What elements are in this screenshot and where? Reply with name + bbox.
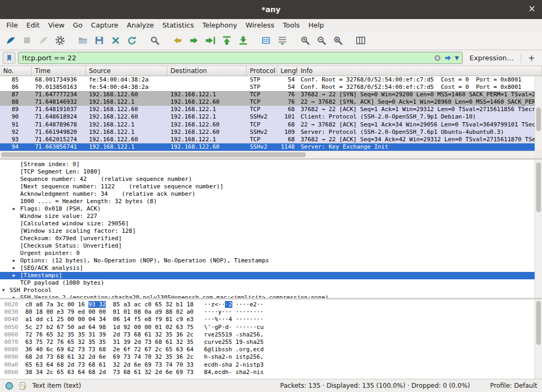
hex-row-0070[interactable]: 0070 63 75 72 76 65 32 35 35 31 39 2d 73… [0,339,535,346]
menu-tools[interactable]: Tools [278,20,304,30]
detail-line[interactable]: TCP payload (1080 bytes) [0,279,535,287]
collapsed-expander-icon[interactable]: ▶ [13,272,20,279]
zoom-in-button[interactable] [297,33,313,48]
zoom-out-button[interactable] [313,33,329,48]
detail-line[interactable]: ▶[Timestamps] [0,272,535,279]
packet-row-91[interactable]: 9171.648789678192.168.122.1192.168.122.6… [0,121,535,129]
detail-line[interactable]: Urgent pointer: 0 [0,250,535,257]
resize-columns-button[interactable] [353,33,368,48]
column-header-no[interactable]: No. [0,66,32,76]
detail-line[interactable]: Acknowledgment number: 34 (relative ack … [0,190,535,198]
packet-row-88[interactable]: 8871.648146932192.168.122.1192.168.122.6… [0,98,535,106]
close-window-button[interactable]: × [528,4,536,13]
detail-line[interactable]: [TCP Segment Len: 1080] [0,168,535,176]
collapsed-expander-icon[interactable]: ▶ [13,205,20,213]
menu-help[interactable]: Help [304,20,328,30]
column-header-time[interactable]: Time [32,66,86,76]
expanded-expander-icon[interactable]: ▼ [2,287,10,294]
packet-row-87[interactable]: 8771.647777234192.168.122.60192.168.122.… [0,91,535,98]
packet-row-92[interactable]: 9271.661949820192.168.122.1192.168.122.6… [0,129,535,136]
vscrollbar-thumb[interactable] [536,301,541,345]
go-top-button[interactable] [219,33,234,48]
column-header-info[interactable]: Info [297,66,542,76]
hex-row-00a0[interactable]: 00a0 65 63 64 68 2d 73 68 61 32 2d 6e 69… [0,361,535,369]
close-file-button[interactable] [107,33,123,48]
go-to-packet-button[interactable] [202,33,218,48]
reload-button[interactable] [124,33,140,48]
packet-row-94[interactable]: 9471.663856741192.168.122.1192.168.122.6… [0,143,535,151]
collapsed-expander-icon[interactable]: ▶ [13,294,20,298]
vscrollbar-thumb[interactable] [536,162,541,212]
capture-options-button[interactable] [52,33,68,48]
hex-row-0060[interactable]: 0060 72 76 65 32 35 35 31 39 2d 73 68 61… [0,331,535,339]
collapsed-expander-icon[interactable]: ▶ [13,265,20,272]
zoom-original-button[interactable] [330,33,346,48]
menu-telephony[interactable]: Telephony [198,20,241,30]
hex-row-0080[interactable]: 0080 36 40 6c 69 62 73 73 68 2e 6f 72 67… [0,346,535,353]
column-header-protocol[interactable]: Protocol [247,66,277,76]
capture-comment-icon[interactable] [19,381,28,390]
clear-filter-icon[interactable] [433,54,441,62]
auto-scroll-button[interactable] [274,33,290,48]
filter-bookmark-button[interactable] [3,52,15,64]
menu-analyze[interactable]: Analyze [123,20,158,30]
detail-line[interactable]: 1000 .... = Header Length: 32 bytes (8) [0,198,535,205]
hex-row-0020[interactable]: 0020 c0 a8 7a 3c 00 16 93 32 85 a3 ac c0… [0,301,535,308]
menu-file[interactable]: File [2,20,22,30]
detail-line[interactable]: [Stream index: 0] [0,161,535,168]
detail-line[interactable]: [Next sequence number: 1122 (relative se… [0,183,535,190]
hex-vscrollbar[interactable] [535,299,542,379]
hscrollbar-thumb[interactable] [1,152,306,157]
open-file-button[interactable] [75,33,91,48]
hex-row-00b0[interactable]: 00b0 38 34 2c 65 63 64 68 2d 73 68 61 32… [0,369,535,376]
packet-list-vscrollbar[interactable] [535,76,542,151]
packet-row-93[interactable]: 9371.662015274192.168.122.60192.168.122.… [0,136,535,143]
start-capture-button[interactable] [3,33,19,48]
go-back-button[interactable] [169,33,185,48]
titlebar[interactable]: *any × [0,0,542,19]
hex-row-0090[interactable]: 0090 68 2d 73 68 61 32 2d 6e 69 73 74 70… [0,353,535,361]
hex-row-0050[interactable]: 0050 5c 27 b2 67 50 ad 64 98 1d 92 00 00… [0,324,535,331]
apply-filter-icon[interactable] [444,54,452,62]
packet-row-86[interactable]: 8670.013850163fe:54:00:d4:38:2aSTP54Conf… [0,84,535,91]
menu-edit[interactable]: Edit [22,20,44,30]
packet-row-90[interactable]: 9071.648618924192.168.122.60192.168.122.… [0,113,535,121]
detail-line[interactable]: ▶[SEQ/ACK analysis] [0,265,535,272]
detail-line[interactable]: ▼SSH Protocol [0,287,535,294]
packet-row-85[interactable]: 8568.001734936fe:54:00:d4:38:2aSTP54Conf… [0,76,535,84]
menu-statistics[interactable]: Statistics [158,20,198,30]
column-header-destination[interactable]: Destination [167,66,247,76]
hex-row-0040[interactable]: 0040 a1 dd c1 25 00 00 04 34 06 14 f5 e8… [0,316,535,323]
filter-dropdown-icon[interactable]: ▼ [455,55,459,61]
detail-line[interactable]: [Checksum Status: Unverified] [0,242,535,250]
menu-go[interactable]: Go [69,20,87,30]
display-filter-input[interactable]: !tcp.port == 22 ▼ [18,52,463,64]
column-header-source[interactable]: Source [86,66,167,76]
details-vscrollbar[interactable] [535,160,542,298]
menu-capture[interactable]: Capture [87,20,123,30]
go-bottom-button[interactable] [235,33,251,48]
menu-wireless[interactable]: Wireless [241,20,278,30]
find-packet-button[interactable] [147,33,162,48]
detail-line[interactable]: [Calculated window size: 29056] [0,220,535,227]
vscrollbar-thumb[interactable] [536,107,541,131]
packet-row-89[interactable]: 8971.648191037192.168.122.60192.168.122.… [0,106,535,113]
detail-line[interactable]: ▶Options: (12 bytes), No-Operation (NOP)… [0,257,535,265]
expression-button[interactable]: Expression… [465,54,518,62]
collapsed-expander-icon[interactable]: ▶ [13,257,20,265]
add-filter-button[interactable]: + [524,53,539,63]
profile-text[interactable]: Profile: Default [490,382,537,389]
detail-line[interactable]: Checksum: 0x79ed [unverified] [0,235,535,242]
column-header-length[interactable]: Length [277,66,297,76]
hex-row-0030[interactable]: 0030 80 18 00 e3 79 ed 00 00 01 01 08 0a… [0,308,535,316]
detail-line[interactable]: Sequence number: 42 (relative sequence n… [0,176,535,183]
go-forward-button[interactable] [186,33,202,48]
detail-line[interactable]: ▶Flags: 0x018 (PSH, ACK) [0,205,535,213]
expert-info-icon[interactable] [5,381,14,390]
detail-line[interactable]: Window size value: 227 [0,213,535,220]
colorize-button[interactable] [258,33,274,48]
save-file-button[interactable] [91,33,107,48]
detail-line[interactable]: [Window size scaling factor: 128] [0,227,535,235]
packet-list-hscrollbar[interactable] [0,151,535,158]
menu-view[interactable]: View [44,20,69,30]
